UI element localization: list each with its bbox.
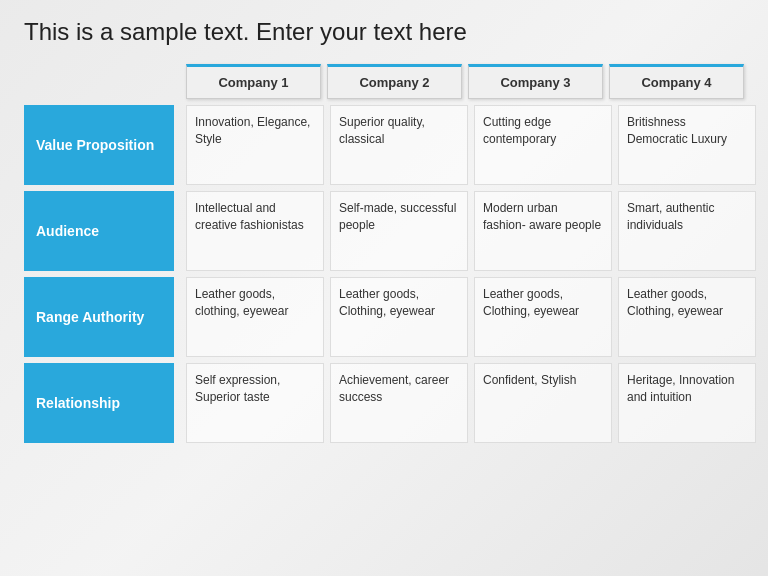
col-header-4: Company 4 bbox=[609, 64, 744, 99]
row-cells-relationship: Self expression, Superior taste Achievem… bbox=[186, 363, 756, 443]
cell-2-3: Leather goods, Clothing, eyewear bbox=[618, 277, 756, 357]
cell-2-2: Leather goods, Clothing, eyewear bbox=[474, 277, 612, 357]
cell-3-0: Self expression, Superior taste bbox=[186, 363, 324, 443]
cell-2-1: Leather goods, Clothing, eyewear bbox=[330, 277, 468, 357]
cell-3-2: Confident, Stylish bbox=[474, 363, 612, 443]
table-row: Value Proposition Innovation, Elegance, … bbox=[24, 105, 744, 185]
cell-1-3: Smart, authentic individuals bbox=[618, 191, 756, 271]
cell-2-0: Leather goods, clothing, eyewear bbox=[186, 277, 324, 357]
cell-0-1: Superior quality, classical bbox=[330, 105, 468, 185]
row-cells-value-proposition: Innovation, Elegance, Style Superior qua… bbox=[186, 105, 756, 185]
table-header-row: Company 1 Company 2 Company 3 Company 4 bbox=[186, 64, 744, 99]
row-cells-audience: Intellectual and creative fashionistas S… bbox=[186, 191, 756, 271]
row-label-audience: Audience bbox=[24, 191, 174, 271]
page-title: This is a sample text. Enter your text h… bbox=[24, 18, 744, 46]
col-header-1: Company 1 bbox=[186, 64, 321, 99]
row-label-relationship: Relationship bbox=[24, 363, 174, 443]
page-content: This is a sample text. Enter your text h… bbox=[0, 0, 768, 459]
col-header-2: Company 2 bbox=[327, 64, 462, 99]
row-label-range-authority: Range Authority bbox=[24, 277, 174, 357]
cell-3-3: Heritage, Innovation and intuition bbox=[618, 363, 756, 443]
table-row: Audience Intellectual and creative fashi… bbox=[24, 191, 744, 271]
table-row: Relationship Self expression, Superior t… bbox=[24, 363, 744, 443]
cell-3-1: Achievement, career success bbox=[330, 363, 468, 443]
comparison-table: Company 1 Company 2 Company 3 Company 4 … bbox=[24, 64, 744, 449]
row-cells-range-authority: Leather goods, clothing, eyewear Leather… bbox=[186, 277, 756, 357]
cell-1-0: Intellectual and creative fashionistas bbox=[186, 191, 324, 271]
cell-1-2: Modern urban fashion- aware people bbox=[474, 191, 612, 271]
cell-1-1: Self-made, successful people bbox=[330, 191, 468, 271]
col-header-3: Company 3 bbox=[468, 64, 603, 99]
table-row: Range Authority Leather goods, clothing,… bbox=[24, 277, 744, 357]
cell-0-3: Britishness Democratic Luxury bbox=[618, 105, 756, 185]
row-label-value-proposition: Value Proposition bbox=[24, 105, 174, 185]
cell-0-2: Cutting edge contemporary bbox=[474, 105, 612, 185]
cell-0-0: Innovation, Elegance, Style bbox=[186, 105, 324, 185]
